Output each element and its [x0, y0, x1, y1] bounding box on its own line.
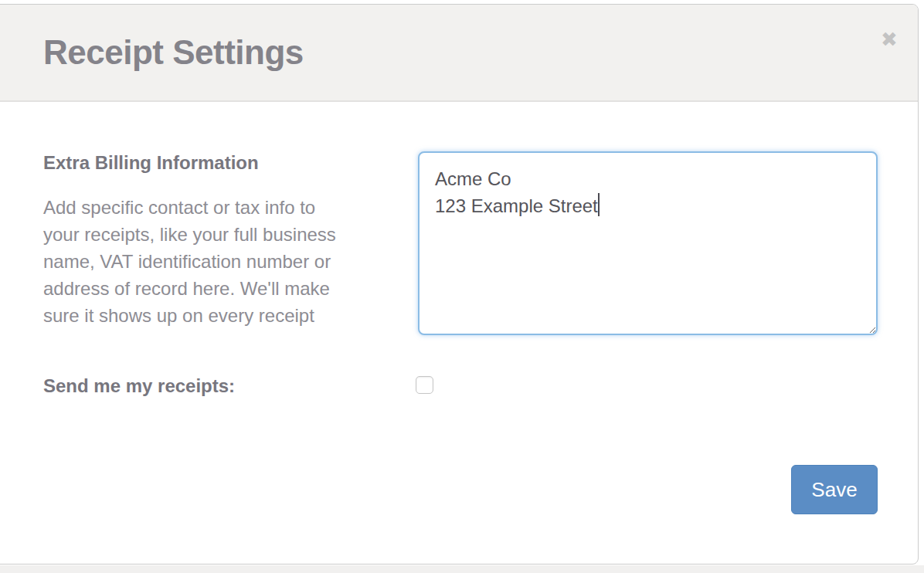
extra-billing-label: Extra Billing Information [43, 151, 259, 175]
close-button[interactable]: ✖ [876, 26, 902, 53]
send-receipts-checkbox[interactable] [416, 376, 433, 394]
page-background: Receipt Settings ✖ Extra Billing Informa… [0, 0, 924, 573]
billing-textarea-wrap: Acme Co 123 Example Street [418, 151, 878, 335]
modal-title: Receipt Settings [43, 34, 304, 71]
billing-description: Add specific contact or tax info to your… [43, 194, 352, 329]
send-receipts-label: Send me my receipts: [43, 375, 235, 398]
receipt-settings-modal: Receipt Settings ✖ Extra Billing Informa… [0, 4, 919, 565]
save-button[interactable]: Save [791, 465, 878, 514]
billing-info-textarea[interactable]: Acme Co 123 Example Street [418, 151, 878, 335]
close-icon: ✖ [881, 28, 898, 51]
modal-header: Receipt Settings [0, 5, 918, 102]
page-bottom-strip [0, 565, 924, 573]
